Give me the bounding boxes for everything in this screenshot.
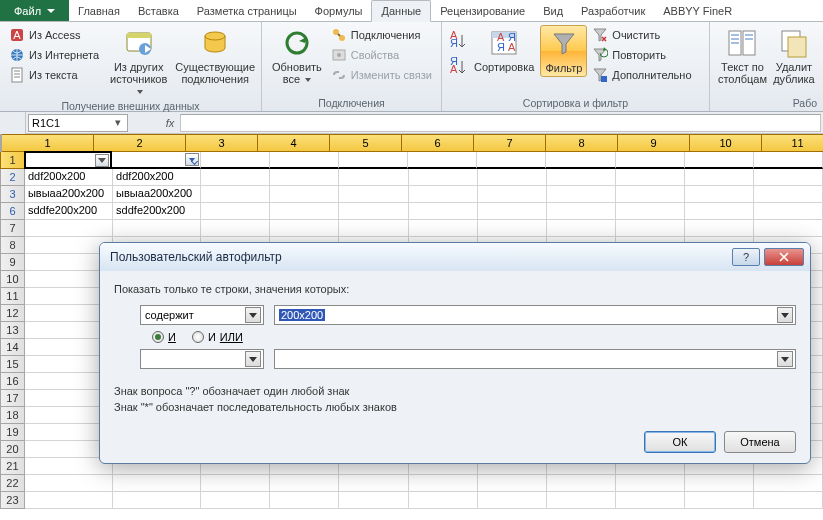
row-header[interactable]: 2: [0, 169, 25, 186]
cell[interactable]: [24, 151, 112, 169]
column-header[interactable]: 4: [258, 134, 330, 152]
row-header[interactable]: 19: [0, 424, 25, 441]
cell[interactable]: [754, 186, 823, 203]
select-all-corner[interactable]: [0, 112, 26, 134]
cell[interactable]: [616, 220, 685, 237]
text-to-columns-button[interactable]: Текст постолбцам: [716, 25, 769, 87]
chevron-down-icon[interactable]: ▾: [112, 116, 124, 129]
cell[interactable]: [201, 186, 270, 203]
row-header[interactable]: 23: [0, 492, 25, 509]
other-sources-button[interactable]: Из другихисточников: [104, 25, 173, 99]
cell[interactable]: [25, 492, 113, 509]
from-access-button[interactable]: AИз Access: [6, 25, 102, 45]
cell[interactable]: [547, 220, 616, 237]
row-header[interactable]: 10: [0, 271, 25, 288]
close-button[interactable]: [764, 248, 804, 266]
cell[interactable]: [754, 475, 823, 492]
column-header[interactable]: 8: [546, 134, 618, 152]
cell[interactable]: [339, 492, 408, 509]
cell[interactable]: [754, 169, 823, 186]
connections-button[interactable]: Подключения: [328, 25, 435, 45]
cell[interactable]: [547, 169, 616, 186]
cell[interactable]: [478, 475, 547, 492]
cell[interactable]: [685, 152, 754, 169]
cell[interactable]: [478, 186, 547, 203]
cell[interactable]: [201, 220, 270, 237]
from-text-button[interactable]: Из текста: [6, 65, 102, 85]
refresh-all-button[interactable]: Обновитьвсе: [268, 25, 326, 87]
reapply-button[interactable]: Повторить: [589, 45, 694, 65]
cell[interactable]: [339, 220, 408, 237]
clear-filter-button[interactable]: Очистить: [589, 25, 694, 45]
condition1-combo[interactable]: содержит: [140, 305, 264, 325]
row-header[interactable]: 7: [0, 220, 25, 237]
cell[interactable]: [339, 475, 408, 492]
value1-combo[interactable]: 200x200: [274, 305, 796, 325]
chevron-down-icon[interactable]: [245, 307, 261, 323]
cell[interactable]: [685, 169, 754, 186]
cell[interactable]: [112, 152, 200, 169]
cell[interactable]: [409, 475, 478, 492]
help-button[interactable]: ?: [732, 248, 760, 266]
row-header[interactable]: 20: [0, 441, 25, 458]
column-header[interactable]: 1: [2, 134, 94, 152]
and-radio[interactable]: И: [152, 331, 176, 343]
cancel-button[interactable]: Отмена: [724, 431, 796, 453]
cell[interactable]: [270, 220, 339, 237]
tab-data[interactable]: Данные: [371, 0, 431, 22]
row-header[interactable]: 17: [0, 390, 25, 407]
file-tab[interactable]: Файл: [0, 0, 69, 21]
cell[interactable]: [113, 220, 201, 237]
cell[interactable]: sddfe200x200: [113, 203, 201, 220]
cell[interactable]: [339, 169, 408, 186]
cell[interactable]: [616, 186, 685, 203]
cell[interactable]: [270, 152, 339, 169]
column-header[interactable]: 2: [94, 134, 186, 152]
cell[interactable]: [477, 152, 546, 169]
column-header[interactable]: 5: [330, 134, 402, 152]
cell[interactable]: [201, 492, 270, 509]
cell[interactable]: [616, 152, 685, 169]
cell[interactable]: ывыаа200x200: [113, 186, 201, 203]
cell[interactable]: [685, 492, 754, 509]
from-web-button[interactable]: Из Интернета: [6, 45, 102, 65]
tab-insert[interactable]: Вставка: [129, 0, 188, 21]
column-header[interactable]: 11: [762, 134, 823, 152]
cell[interactable]: [685, 475, 754, 492]
row-header[interactable]: 14: [0, 339, 25, 356]
condition2-combo[interactable]: [140, 349, 264, 369]
ok-button[interactable]: ОК: [644, 431, 716, 453]
cell[interactable]: [408, 152, 477, 169]
cell[interactable]: [754, 152, 823, 169]
row-header[interactable]: 3: [0, 186, 25, 203]
row-header[interactable]: 1: [0, 152, 25, 169]
remove-duplicates-button[interactable]: Удалитдублика: [771, 25, 817, 87]
tab-formulas[interactable]: Формулы: [306, 0, 372, 21]
filter-dropdown-icon[interactable]: [95, 154, 109, 167]
fx-button[interactable]: fx: [160, 117, 180, 129]
advanced-filter-button[interactable]: Дополнительно: [589, 65, 694, 85]
sort-button[interactable]: АЯЯА Сортировка: [470, 25, 538, 75]
chevron-down-icon[interactable]: [777, 351, 793, 367]
row-header[interactable]: 8: [0, 237, 25, 254]
cell[interactable]: ddf200x200: [113, 169, 201, 186]
row-header[interactable]: 16: [0, 373, 25, 390]
cell[interactable]: [754, 492, 823, 509]
cell[interactable]: [478, 492, 547, 509]
tab-abbyy[interactable]: ABBYY FineR: [654, 0, 741, 21]
cell[interactable]: [409, 169, 478, 186]
cell[interactable]: [616, 475, 685, 492]
cell[interactable]: [616, 492, 685, 509]
row-header[interactable]: 6: [0, 203, 25, 220]
sort-desc-icon[interactable]: ЯА: [448, 57, 468, 77]
column-header[interactable]: 10: [690, 134, 762, 152]
cell[interactable]: [546, 152, 615, 169]
filter-button[interactable]: Фильтр: [540, 25, 587, 77]
cell[interactable]: [339, 152, 408, 169]
row-header[interactable]: 9: [0, 254, 25, 271]
column-header[interactable]: 7: [474, 134, 546, 152]
cell[interactable]: ddf200x200: [25, 169, 113, 186]
cell[interactable]: [201, 475, 270, 492]
cell[interactable]: [547, 492, 616, 509]
cell[interactable]: [478, 203, 547, 220]
